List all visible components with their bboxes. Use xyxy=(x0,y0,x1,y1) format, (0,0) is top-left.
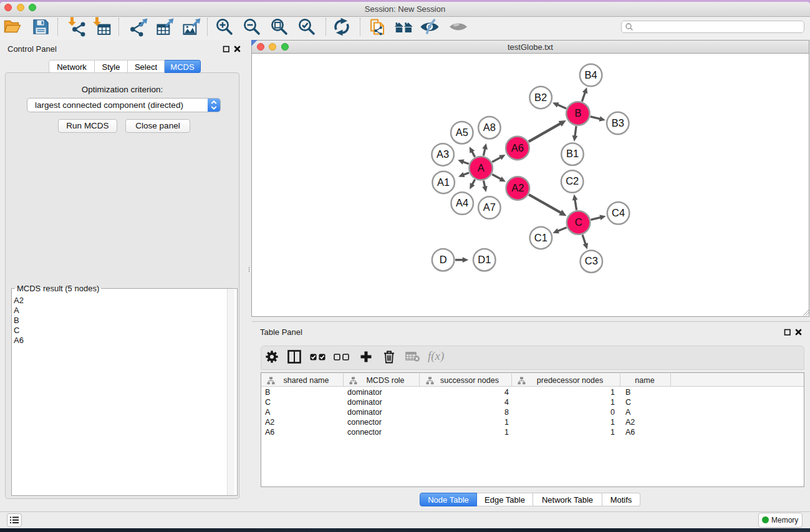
svg-text:B3: B3 xyxy=(612,117,624,128)
svg-text:C3: C3 xyxy=(585,255,598,266)
svg-text:A4: A4 xyxy=(456,197,468,208)
svg-text:A7: A7 xyxy=(483,201,496,213)
svg-text:A1: A1 xyxy=(437,177,450,188)
svg-text:D1: D1 xyxy=(478,254,491,265)
svg-text:B: B xyxy=(574,107,581,118)
svg-text:C2: C2 xyxy=(566,175,579,186)
svg-text:A: A xyxy=(478,162,485,173)
svg-text:A3: A3 xyxy=(436,148,449,160)
svg-text:A5: A5 xyxy=(456,127,468,138)
svg-text:B2: B2 xyxy=(534,92,547,103)
svg-text:A6: A6 xyxy=(511,142,524,153)
svg-text:A2: A2 xyxy=(511,182,524,193)
svg-text:C: C xyxy=(575,216,582,228)
svg-text:C1: C1 xyxy=(534,232,547,243)
svg-text:B1: B1 xyxy=(566,148,579,159)
svg-text:D: D xyxy=(440,254,447,265)
svg-text:A8: A8 xyxy=(483,122,496,133)
svg-text:C4: C4 xyxy=(612,207,625,218)
svg-text:B4: B4 xyxy=(585,69,597,80)
